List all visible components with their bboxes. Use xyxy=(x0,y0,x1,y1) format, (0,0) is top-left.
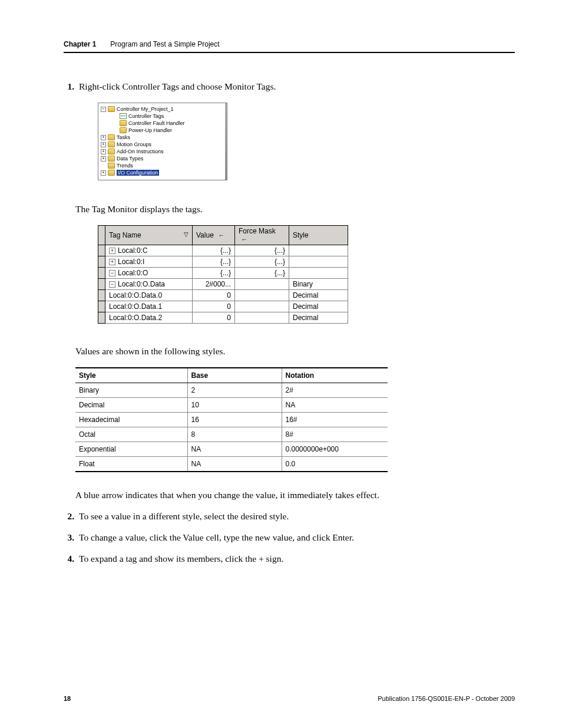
tree-node-motion-groups[interactable]: + Motion Groups xyxy=(100,141,226,148)
tree-expand-icon[interactable]: − xyxy=(101,107,106,112)
tag-label: Local:0:O.Data.0 xyxy=(109,291,162,299)
tree-node-tags[interactable]: Controller Tags xyxy=(100,113,226,120)
cell-style[interactable]: Decimal xyxy=(289,290,348,301)
tree-node-tasks[interactable]: + Tasks xyxy=(100,134,226,141)
cell-force[interactable] xyxy=(235,290,289,301)
tag-label: Local:0:O.Data xyxy=(118,280,165,288)
row-header[interactable] xyxy=(98,279,105,290)
step-text: To change a value, click the Value cell,… xyxy=(79,532,354,543)
cell-force[interactable]: {...} xyxy=(235,268,289,279)
cell-tagname[interactable]: −Local:0:O.Data xyxy=(105,279,193,290)
cell-tagname[interactable]: Local:0:O.Data.0 xyxy=(105,290,193,301)
tree-expand-icon[interactable]: + xyxy=(101,170,106,176)
tree-node-io-config[interactable]: + I/O Configuration xyxy=(100,169,226,176)
step-1: 1. Right-click Controller Tags and choos… xyxy=(64,81,515,92)
table-row: Exponential NA 0.0000000e+000 xyxy=(75,442,388,457)
col-label: Tag Name xyxy=(109,231,141,239)
table-row: Hexadecimal 16 16# xyxy=(75,413,388,427)
row-header[interactable] xyxy=(98,301,105,312)
cell-value[interactable]: 0 xyxy=(193,301,235,312)
table-row[interactable]: Local:0:O.Data.1 0 Decimal xyxy=(98,301,348,312)
body-text: A blue arrow indicates that when you cha… xyxy=(75,490,515,500)
col-header-value[interactable]: Value ← xyxy=(193,226,235,245)
folder-open-icon xyxy=(108,170,115,176)
cell-force[interactable] xyxy=(235,279,289,290)
col-header-tagname[interactable]: Tag Name ▽ xyxy=(105,226,193,245)
page-header: Chapter 1 Program and Test a Simple Proj… xyxy=(64,40,515,53)
cell-style[interactable] xyxy=(289,245,348,256)
tree-spacer xyxy=(113,121,118,126)
tree-node-trends[interactable]: Trends xyxy=(100,162,226,169)
col-header-force[interactable]: Force Mask ← xyxy=(235,226,289,245)
tree-spacer xyxy=(113,114,118,119)
cell-base: 8 xyxy=(187,427,282,442)
tree-expand-icon[interactable]: + xyxy=(101,142,106,147)
tree-expand-icon[interactable]: + xyxy=(101,135,106,140)
cell-force[interactable]: {...} xyxy=(235,256,289,268)
expand-icon[interactable]: + xyxy=(109,248,115,254)
cell-style[interactable] xyxy=(289,256,348,268)
step-text: To see a value in a different style, sel… xyxy=(79,511,289,522)
table-row[interactable]: +Local:0:C {...} {...} xyxy=(98,245,348,256)
col-header-base: Base xyxy=(187,368,282,383)
col-label: Value xyxy=(196,231,214,239)
tag-label: Local:0:O.Data.2 xyxy=(109,314,162,322)
expand-icon[interactable]: + xyxy=(109,259,115,265)
cell-style: Octal xyxy=(75,427,187,442)
row-header[interactable] xyxy=(98,290,105,301)
step-number: 4. xyxy=(64,554,74,564)
tree-label: Controller Tags xyxy=(128,113,164,119)
row-header[interactable] xyxy=(98,268,105,279)
cell-style[interactable]: Binary xyxy=(289,279,348,290)
tree-node-addon-instructions[interactable]: + Add-On Instructions xyxy=(100,148,226,155)
row-header[interactable] xyxy=(98,312,105,324)
table-row[interactable]: Local:0:O.Data.2 0 Decimal xyxy=(98,312,348,324)
tree-node-data-types[interactable]: + Data Types xyxy=(100,155,226,162)
tree-label: Motion Groups xyxy=(117,141,151,147)
cell-style[interactable] xyxy=(289,268,348,279)
tree-label: Controller My_Project_1 xyxy=(117,106,174,112)
table-row[interactable]: −Local:0:O.Data 2#000... Binary xyxy=(98,279,348,290)
tag-label: Local:0:C xyxy=(118,246,148,255)
cell-force[interactable]: {...} xyxy=(235,245,289,256)
cell-value[interactable]: {...} xyxy=(193,268,235,279)
tree-node-powerup-handler[interactable]: Power-Up Handler xyxy=(100,127,226,134)
cell-style[interactable]: Decimal xyxy=(289,312,348,324)
cell-notation: 0.0 xyxy=(282,457,388,472)
cell-tagname[interactable]: +Local:0:C xyxy=(105,245,193,256)
folder-icon xyxy=(108,141,115,147)
step-3: 3. To change a value, click the Value ce… xyxy=(64,532,515,543)
cell-value[interactable]: 0 xyxy=(193,312,235,324)
col-header-style[interactable]: Style xyxy=(289,226,348,245)
table-row[interactable]: −Local:0:O {...} {...} xyxy=(98,268,348,279)
cell-style[interactable]: Decimal xyxy=(289,301,348,312)
cell-value[interactable]: 0 xyxy=(193,290,235,301)
cell-force[interactable] xyxy=(235,301,289,312)
cell-tagname[interactable]: Local:0:O.Data.1 xyxy=(105,301,193,312)
collapse-icon[interactable]: − xyxy=(109,270,115,276)
tree-label: Controller Fault Handler xyxy=(128,120,185,126)
row-header[interactable] xyxy=(98,245,105,256)
cell-base: NA xyxy=(187,442,282,457)
sort-icon[interactable]: ▽ xyxy=(184,231,189,238)
row-header[interactable] xyxy=(98,256,105,268)
tag-monitor-table: Tag Name ▽ Value ← Force Mask ← Style +L… xyxy=(98,225,348,324)
tree-node-controller[interactable]: − Controller My_Project_1 xyxy=(100,106,226,113)
cell-value[interactable]: 2#000... xyxy=(193,279,235,290)
cell-tagname[interactable]: −Local:0:O xyxy=(105,268,193,279)
cell-value[interactable]: {...} xyxy=(193,256,235,268)
table-row[interactable]: Local:0:O.Data.0 0 Decimal xyxy=(98,290,348,301)
tree-expand-icon[interactable]: + xyxy=(101,156,106,162)
cell-tagname[interactable]: Local:0:O.Data.2 xyxy=(105,312,193,324)
folder-icon xyxy=(120,120,127,126)
table-row[interactable]: +Local:0:I {...} {...} xyxy=(98,256,348,268)
tree-expand-icon[interactable]: + xyxy=(101,149,106,154)
step-number: 1. xyxy=(64,81,74,92)
cell-force[interactable] xyxy=(235,312,289,324)
collapse-icon[interactable]: − xyxy=(109,281,115,288)
cell-value[interactable]: {...} xyxy=(193,245,235,256)
tree-node-fault-handler[interactable]: Controller Fault Handler xyxy=(100,120,226,127)
cell-tagname[interactable]: +Local:0:I xyxy=(105,256,193,268)
step-number: 3. xyxy=(64,532,74,543)
arrow-left-icon: ← xyxy=(218,232,224,239)
